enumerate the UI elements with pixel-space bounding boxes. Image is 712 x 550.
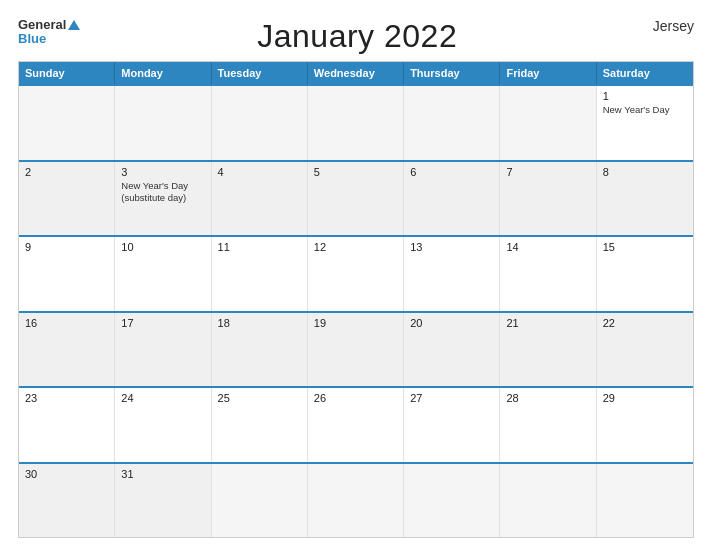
cal-cell: 24 (115, 388, 211, 462)
day-number: 20 (410, 317, 493, 329)
day-number: 5 (314, 166, 397, 178)
cal-cell (115, 86, 211, 160)
day-number: 21 (506, 317, 589, 329)
cal-cell: 23 (19, 388, 115, 462)
cal-cell: 10 (115, 237, 211, 311)
cal-cell: 12 (308, 237, 404, 311)
day-number: 28 (506, 392, 589, 404)
cal-cell (404, 86, 500, 160)
cal-cell: 20 (404, 313, 500, 387)
day-number: 6 (410, 166, 493, 178)
day-number: 10 (121, 241, 204, 253)
cal-cell: 3New Year's Day (substitute day) (115, 162, 211, 236)
calendar-body: 1New Year's Day23New Year's Day (substit… (19, 84, 693, 537)
day-number: 12 (314, 241, 397, 253)
day-number: 1 (603, 90, 687, 102)
day-number: 4 (218, 166, 301, 178)
cal-cell (404, 464, 500, 538)
cal-cell: 13 (404, 237, 500, 311)
cal-cell: 18 (212, 313, 308, 387)
week-row-6: 3031 (19, 462, 693, 538)
country-label: Jersey (634, 18, 694, 34)
header-day-sunday: Sunday (19, 62, 115, 84)
day-number: 13 (410, 241, 493, 253)
cal-cell: 19 (308, 313, 404, 387)
day-number: 22 (603, 317, 687, 329)
cal-cell: 16 (19, 313, 115, 387)
logo: General Blue (18, 18, 80, 47)
day-number: 27 (410, 392, 493, 404)
day-number: 7 (506, 166, 589, 178)
cal-cell: 7 (500, 162, 596, 236)
cal-cell: 8 (597, 162, 693, 236)
cal-cell (308, 464, 404, 538)
header-day-monday: Monday (115, 62, 211, 84)
day-number: 19 (314, 317, 397, 329)
cal-cell: 17 (115, 313, 211, 387)
month-year-heading: January 2022 (80, 18, 634, 55)
header-day-saturday: Saturday (597, 62, 693, 84)
day-number: 17 (121, 317, 204, 329)
day-event: New Year's Day (603, 104, 687, 116)
cal-cell: 29 (597, 388, 693, 462)
cal-cell: 22 (597, 313, 693, 387)
cal-cell (500, 464, 596, 538)
cal-cell (597, 464, 693, 538)
cal-cell (308, 86, 404, 160)
logo-general-text: General (18, 18, 66, 32)
week-row-4: 16171819202122 (19, 311, 693, 387)
cal-cell: 27 (404, 388, 500, 462)
cal-cell: 5 (308, 162, 404, 236)
cal-cell: 6 (404, 162, 500, 236)
calendar-page: General Blue January 2022 Jersey SundayM… (0, 0, 712, 550)
logo-blue-text: Blue (18, 32, 46, 46)
cal-cell: 11 (212, 237, 308, 311)
header-day-tuesday: Tuesday (212, 62, 308, 84)
day-number: 24 (121, 392, 204, 404)
cal-cell (212, 464, 308, 538)
cal-cell (19, 86, 115, 160)
cal-cell: 14 (500, 237, 596, 311)
cal-cell: 28 (500, 388, 596, 462)
day-number: 8 (603, 166, 687, 178)
day-number: 26 (314, 392, 397, 404)
day-number: 9 (25, 241, 108, 253)
day-number: 14 (506, 241, 589, 253)
week-row-1: 1New Year's Day (19, 84, 693, 160)
day-number: 11 (218, 241, 301, 253)
day-number: 2 (25, 166, 108, 178)
day-number: 18 (218, 317, 301, 329)
header-day-friday: Friday (500, 62, 596, 84)
header-day-wednesday: Wednesday (308, 62, 404, 84)
day-number: 25 (218, 392, 301, 404)
header: General Blue January 2022 Jersey (18, 18, 694, 55)
calendar-header: SundayMondayTuesdayWednesdayThursdayFrid… (19, 62, 693, 84)
logo-triangle-icon (68, 20, 80, 30)
cal-cell (500, 86, 596, 160)
cal-cell: 26 (308, 388, 404, 462)
day-number: 3 (121, 166, 204, 178)
cal-cell: 25 (212, 388, 308, 462)
cal-cell: 9 (19, 237, 115, 311)
cal-cell: 21 (500, 313, 596, 387)
cal-cell: 4 (212, 162, 308, 236)
week-row-5: 23242526272829 (19, 386, 693, 462)
day-number: 31 (121, 468, 204, 480)
cal-cell: 1New Year's Day (597, 86, 693, 160)
week-row-2: 23New Year's Day (substitute day)45678 (19, 160, 693, 236)
day-number: 15 (603, 241, 687, 253)
cal-cell: 2 (19, 162, 115, 236)
cal-cell: 31 (115, 464, 211, 538)
day-number: 23 (25, 392, 108, 404)
day-number: 29 (603, 392, 687, 404)
cal-cell: 15 (597, 237, 693, 311)
cal-cell: 30 (19, 464, 115, 538)
header-day-thursday: Thursday (404, 62, 500, 84)
day-number: 30 (25, 468, 108, 480)
week-row-3: 9101112131415 (19, 235, 693, 311)
cal-cell (212, 86, 308, 160)
calendar-title: January 2022 (80, 18, 634, 55)
calendar-grid: SundayMondayTuesdayWednesdayThursdayFrid… (18, 61, 694, 538)
day-number: 16 (25, 317, 108, 329)
day-event: New Year's Day (substitute day) (121, 180, 204, 205)
